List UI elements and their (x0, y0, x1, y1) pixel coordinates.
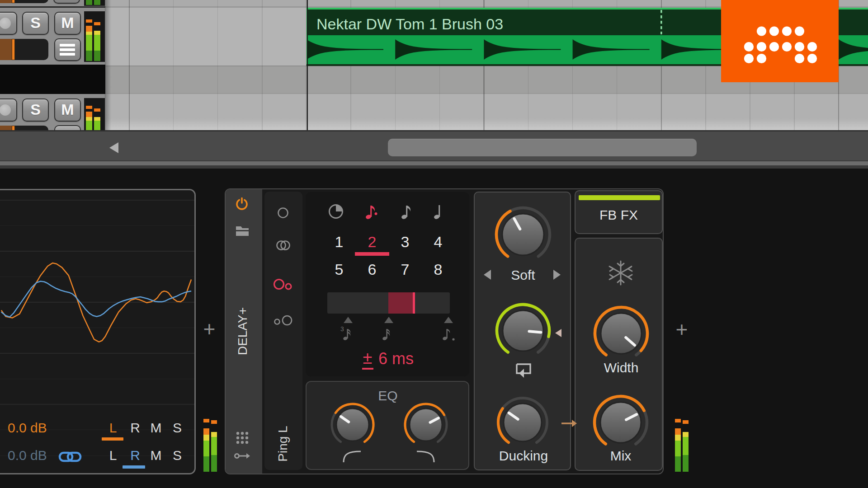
gain-right-value[interactable]: 0.0 dB (8, 448, 47, 463)
channel-M-bottom[interactable]: M (151, 448, 162, 463)
mix-knob-label: Mix (610, 448, 632, 464)
soft-knob[interactable] (492, 204, 554, 266)
tap-mode-single-icon[interactable] (277, 206, 289, 219)
fbfx-section-body: Width Mix (575, 238, 663, 471)
tap-count-1[interactable]: 1 (326, 233, 353, 251)
delay-mode-label[interactable]: Ping L (276, 426, 290, 461)
track2-solo-button[interactable]: S (22, 12, 49, 35)
menu-icon (60, 53, 75, 56)
slider-marker-straight[interactable] (384, 317, 393, 323)
playhead[interactable] (307, 0, 308, 130)
note-sixteenth-icon (382, 325, 395, 342)
ducking-knob[interactable] (494, 394, 551, 451)
channel-S-top[interactable]: S (173, 420, 182, 436)
fbfx-section-header[interactable]: FB FX (575, 190, 663, 234)
note-quarter-icon[interactable] (434, 203, 443, 220)
slider-marker-triplet[interactable] (344, 317, 353, 323)
tap-count-5[interactable]: 5 (326, 261, 353, 278)
track3-arm-button[interactable] (0, 99, 17, 122)
device-name[interactable]: DELAY+ (236, 307, 250, 355)
stereo-link-icon[interactable] (58, 450, 82, 464)
scope-device[interactable]: 0.0 dB 0.0 dB L R M S L R M S (0, 189, 196, 474)
delay-plus-device: DELAY+ (225, 188, 664, 474)
offset-range-fill (388, 292, 415, 314)
menu-icon (60, 48, 75, 51)
track2-meter (84, 11, 105, 62)
svg-text:3: 3 (340, 325, 344, 333)
preset-folder-icon[interactable] (235, 225, 250, 237)
device-meter-right (675, 419, 689, 472)
panel-divider[interactable] (0, 160, 868, 169)
track2-menu-button[interactable] (54, 38, 81, 61)
device-meter-left (203, 419, 217, 472)
prev-mode-arrow[interactable] (484, 270, 491, 280)
channel-L-top[interactable]: L (109, 420, 117, 436)
track1-menu-button[interactable] (53, 0, 80, 4)
track2-fader-handle[interactable] (12, 39, 15, 60)
note-dotted-sixteenth-icon (442, 325, 457, 342)
next-mode-arrow[interactable] (553, 270, 561, 280)
feedback-loop-icon[interactable] (513, 360, 534, 379)
menu-icon (60, 44, 75, 47)
tap-count-4[interactable]: 4 (425, 233, 452, 251)
offset-ms-value[interactable]: 6 ms (369, 349, 423, 368)
add-device-button-left[interactable]: + (200, 319, 218, 341)
tap-count-3[interactable]: 3 (392, 233, 419, 251)
track2-mute-button[interactable]: M (54, 12, 81, 35)
scroll-left-arrow[interactable] (109, 142, 118, 153)
track1-meter (84, 0, 105, 6)
solo-label: S (30, 101, 41, 118)
feedback-knob[interactable] (493, 300, 554, 361)
device-power-button[interactable] (235, 197, 249, 211)
track3-solo-button[interactable]: S (22, 99, 49, 122)
solo-label: S (30, 14, 41, 31)
width-knob-label: Width (604, 360, 639, 375)
width-knob[interactable] (591, 303, 652, 364)
gain-left-value[interactable]: 0.0 dB (8, 420, 47, 436)
clip-title: Nektar DW Tom 1 Brush 03 (316, 15, 503, 33)
mix-knob[interactable] (590, 392, 651, 453)
track2-arm-button[interactable] (0, 12, 17, 35)
tap-count-8[interactable]: 8 (425, 261, 452, 278)
track-separator (0, 6, 105, 8)
saturator-column: Soft Ducking (474, 192, 571, 470)
tap-count-7[interactable]: 7 (392, 261, 419, 278)
channel-M-top[interactable]: M (151, 420, 162, 436)
tap-mode-small-large-icon[interactable] (273, 314, 293, 328)
tap-count-6[interactable]: 6 (359, 261, 386, 278)
tap-count-2-selected[interactable]: 2 (359, 233, 386, 251)
ducking-knob-label: Ducking (499, 448, 548, 464)
device-header-strip: DELAY+ (226, 189, 262, 474)
track1-volume-fader[interactable] (0, 0, 48, 3)
track1-fader-fill (0, 0, 12, 3)
high-cut-curve-icon (415, 450, 436, 463)
track1-fader-handle[interactable] (12, 0, 15, 3)
channel-S-bottom[interactable]: S (173, 448, 182, 463)
note-eighth-icon[interactable] (401, 203, 412, 220)
freeze-snowflake-icon[interactable] (608, 260, 634, 286)
free-time-icon[interactable] (328, 203, 344, 220)
channel-R-bottom[interactable]: R (130, 448, 140, 463)
scrollbar-thumb[interactable] (388, 139, 697, 156)
horizontal-scrollbar (0, 130, 868, 160)
track3-mute-button[interactable]: M (54, 99, 81, 122)
eq-high-knob[interactable] (401, 400, 450, 449)
channel-L-bottom[interactable]: L (109, 448, 117, 463)
fbfx-label: FB FX (576, 207, 662, 223)
delay-offset-slider[interactable] (327, 292, 450, 314)
channel-R-top[interactable]: R (130, 420, 140, 436)
slider-marker-dotted[interactable] (444, 317, 453, 323)
modulation-route-icon[interactable] (234, 450, 251, 462)
add-device-button-right[interactable]: + (673, 319, 691, 341)
divider-highlight (0, 161, 868, 165)
bitwig-logo-overlay (721, 0, 839, 82)
remote-controls-icon[interactable] (235, 431, 250, 445)
note-dotted-eighth-icon-selected[interactable] (365, 203, 378, 220)
eq-low-knob[interactable] (328, 400, 377, 449)
track2-volume-fader[interactable] (0, 39, 48, 60)
tap-mode-dual-icon[interactable] (274, 239, 292, 252)
mute-label: M (61, 14, 74, 31)
offset-slider-handle[interactable] (413, 292, 415, 314)
fbfx-active-bar (579, 195, 660, 200)
tap-mode-pingpong-icon-selected[interactable] (273, 278, 293, 292)
